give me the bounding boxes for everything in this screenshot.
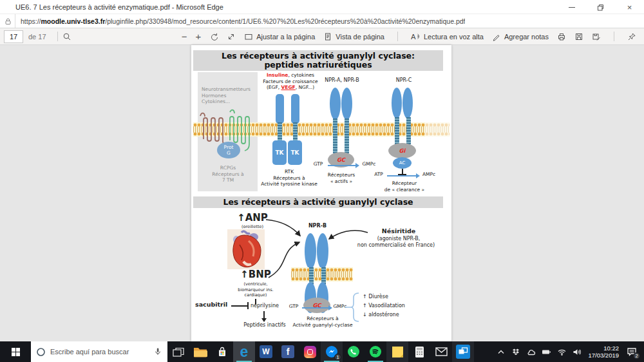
word-taskbar-button[interactable]: W bbox=[255, 341, 277, 362]
bnp-to-receptor-arrow bbox=[269, 242, 299, 278]
rtk-extracellular-domain bbox=[291, 94, 299, 124]
start-button[interactable] bbox=[0, 341, 31, 362]
wifi-icon[interactable] bbox=[557, 348, 567, 356]
page-view-button[interactable]: Vista de página bbox=[323, 32, 384, 41]
resize-button[interactable] bbox=[227, 32, 236, 41]
site-info-button[interactable] bbox=[0, 14, 15, 28]
blue-app-taskbar-button[interactable] bbox=[452, 341, 474, 362]
instagram-taskbar-button[interactable] bbox=[299, 341, 321, 362]
npr-c-label: NPR-C bbox=[386, 77, 421, 84]
messenger-taskbar-button[interactable]: 1 bbox=[321, 341, 343, 362]
microsoft-store-button[interactable] bbox=[211, 341, 233, 362]
save-as-icon bbox=[592, 32, 601, 41]
pin-toolbar-button[interactable] bbox=[627, 32, 636, 41]
restore-button[interactable] bbox=[586, 0, 615, 14]
atp-label: ATP bbox=[370, 171, 387, 178]
npr-c-transmembrane bbox=[406, 117, 411, 144]
page-number-input[interactable]: 17 bbox=[4, 30, 23, 43]
taskbar-search-input[interactable]: Escribe aquí para buscar bbox=[31, 341, 167, 362]
gtp-to-gmpc-arrow bbox=[328, 165, 356, 166]
action-center-button[interactable]: 2 bbox=[625, 345, 639, 359]
npr-c-caption: Récepteur de « clearance » bbox=[381, 180, 428, 193]
onedrive-icon[interactable] bbox=[526, 348, 536, 356]
tk-label: TK bbox=[290, 149, 299, 156]
battery-icon[interactable] bbox=[542, 348, 551, 356]
print-button[interactable] bbox=[557, 32, 566, 41]
edge-taskbar-button[interactable]: e bbox=[233, 341, 255, 362]
task-view-icon bbox=[173, 347, 184, 357]
address-bar[interactable]: https://moodle.univ-tlse3.fr/pluginfile.… bbox=[15, 17, 465, 25]
tk-domain: TK bbox=[272, 140, 287, 165]
cortana-icon bbox=[36, 347, 46, 357]
vegf-label: VEGF bbox=[281, 84, 295, 90]
npr-ab-transmembrane bbox=[345, 119, 349, 153]
printer-icon bbox=[557, 32, 566, 41]
rcpg-ligand-line: Neurotransmetteurs bbox=[202, 86, 256, 93]
blue-app-icon bbox=[456, 345, 470, 359]
page-view-icon bbox=[323, 32, 332, 41]
url-path: /pluginfile.php/330948/mod_resource/cont… bbox=[105, 17, 465, 25]
calculator-taskbar-button[interactable] bbox=[408, 341, 430, 362]
prot-g-label: Prot bbox=[224, 144, 234, 150]
dropbox-icon[interactable] bbox=[511, 348, 520, 356]
search-placeholder: Escribe aquí para buscar bbox=[50, 348, 129, 356]
atp-to-ampc-arrow bbox=[387, 175, 417, 176]
save-button[interactable] bbox=[574, 32, 583, 41]
insuline-label: Insuline bbox=[267, 72, 289, 78]
clock-date: 17/03/2019 bbox=[588, 352, 619, 359]
read-aloud-button[interactable]: A Lectura en voz alta bbox=[411, 32, 484, 41]
rtk-ligand-line3: (EGF, VEGF, NGF...) bbox=[249, 84, 332, 91]
microphone-icon[interactable] bbox=[153, 347, 162, 356]
fit-page-button[interactable]: Ajustar a la página bbox=[244, 32, 315, 41]
restore-icon bbox=[596, 3, 605, 12]
whatsapp-taskbar-button[interactable] bbox=[343, 341, 365, 362]
facebook-taskbar-button[interactable]: f bbox=[277, 341, 299, 362]
file-explorer-button[interactable] bbox=[189, 341, 211, 362]
rtk-transmembrane-helix bbox=[293, 122, 298, 140]
tray-chevron-icon[interactable] bbox=[497, 348, 506, 356]
ngf-label: , NGF...) bbox=[296, 84, 314, 90]
whatsapp-icon bbox=[347, 345, 360, 358]
add-notes-label: Agregar notas bbox=[504, 33, 549, 41]
clock-time: 10:22 bbox=[588, 345, 619, 352]
word-icon: W bbox=[260, 345, 272, 358]
window-title: UE6. 7 Les récepteurs à activité enzymat… bbox=[15, 3, 223, 11]
zoom-in-button[interactable]: + bbox=[195, 32, 201, 41]
desktop: UE6. 7 Les récepteurs à activité enzymat… bbox=[0, 0, 644, 362]
close-icon: × bbox=[627, 3, 632, 12]
save-as-button[interactable] bbox=[592, 32, 601, 41]
npr-c-caption-line: Récepteur bbox=[381, 180, 428, 187]
fit-page-icon bbox=[244, 32, 253, 41]
task-view-button[interactable] bbox=[167, 341, 189, 362]
zoom-out-button[interactable]: − bbox=[182, 32, 187, 41]
window-controls: × bbox=[557, 0, 644, 14]
fit-page-label: Ajustar a la página bbox=[256, 33, 315, 41]
mail-taskbar-button[interactable] bbox=[430, 341, 452, 362]
minimize-button[interactable] bbox=[557, 0, 586, 14]
speaker-icon[interactable] bbox=[573, 348, 582, 356]
url-domain: moodle.univ-tlse3.fr bbox=[41, 17, 106, 25]
pdf-toolbar: 17 de 17 − + Ajustar a la página Vista d… bbox=[0, 28, 644, 45]
rotate-icon bbox=[209, 32, 218, 41]
anp-to-receptor-arrow bbox=[266, 220, 300, 236]
cytokines-label: , cytokines bbox=[288, 72, 314, 78]
facebook-icon: f bbox=[281, 345, 294, 358]
add-notes-button[interactable]: Agregar notas bbox=[492, 32, 549, 41]
close-button[interactable]: × bbox=[615, 0, 644, 14]
npr-ab-caption-line: Récepteurs bbox=[316, 172, 367, 178]
lock-icon bbox=[3, 17, 12, 26]
pdf-viewport[interactable]: Les récepteurs à activité guanylyl cycla… bbox=[0, 45, 644, 341]
find-button[interactable] bbox=[62, 32, 71, 41]
current-page: 17 bbox=[10, 33, 17, 41]
toolbar-divider bbox=[57, 32, 58, 41]
slide1-title: Les récepteurs à activité guanylyl cycla… bbox=[193, 50, 443, 71]
page-count-label: de 17 bbox=[28, 33, 46, 41]
slide2-title: Les récepteurs à activité guanylyl cycla… bbox=[193, 196, 443, 208]
rotate-button[interactable] bbox=[209, 32, 218, 41]
taskbar-clock[interactable]: 10:22 17/03/2019 bbox=[588, 345, 619, 359]
read-aloud-icon: A bbox=[411, 32, 421, 41]
rtk-extracellular-domain bbox=[276, 94, 284, 124]
sticky-notes-taskbar-button[interactable] bbox=[386, 341, 408, 362]
spotify-taskbar-button[interactable] bbox=[365, 341, 386, 362]
pen-icon bbox=[492, 32, 501, 41]
